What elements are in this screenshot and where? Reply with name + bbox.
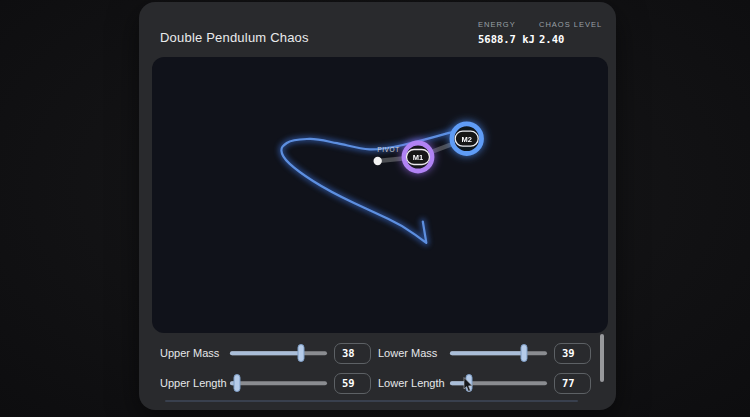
mass-m2-label: M2 (461, 135, 471, 144)
app-panel: Double Pendulum Chaos ENERGY 5688.7 kJ C… (139, 2, 616, 410)
upper-length-value[interactable]: 59 (334, 373, 371, 394)
upper-mass-slider: Upper Mass 38 (160, 342, 371, 364)
upper-mass-label: Upper Mass (160, 347, 230, 359)
upper-mass-track[interactable] (230, 344, 327, 362)
vertical-scrollbar[interactable] (600, 334, 604, 382)
pivot-dot (374, 157, 382, 165)
pivot-label: PIVOT (377, 146, 400, 153)
lower-length-slider: Lower Length 77 (378, 372, 591, 394)
lower-length-track[interactable] (450, 374, 547, 392)
upper-length-thumb[interactable] (233, 374, 240, 392)
mass-m1[interactable]: M1 (404, 143, 432, 171)
chaos-level-label: CHAOS LEVEL (539, 20, 602, 29)
lower-mass-thumb[interactable] (520, 344, 527, 362)
lower-mass-track[interactable] (450, 344, 547, 362)
chaos-level-stat: CHAOS LEVEL 2.40 (539, 20, 602, 45)
horizontal-scrollbar[interactable] (165, 400, 578, 402)
slider-fill (230, 351, 301, 355)
slider-fill (450, 351, 524, 355)
lower-length-value[interactable]: 77 (554, 373, 591, 394)
energy-value: 5688.7 kJ (478, 33, 535, 45)
lower-length-thumb[interactable] (465, 374, 472, 392)
mass-m1-label: M1 (413, 153, 423, 162)
lower-length-label: Lower Length (378, 377, 450, 389)
pendulum-canvas[interactable]: PIVOT M1 M2 (152, 57, 608, 333)
upper-length-label: Upper Length (160, 377, 230, 389)
chaos-level-value: 2.40 (539, 33, 602, 45)
lower-mass-label: Lower Mass (378, 347, 450, 359)
lower-mass-value[interactable]: 39 (554, 343, 591, 364)
upper-length-track[interactable] (230, 374, 327, 392)
slider-track (230, 381, 327, 385)
pendulum-svg: PIVOT M1 M2 (152, 57, 608, 333)
lower-mass-slider: Lower Mass 39 (378, 342, 591, 364)
energy-stat: ENERGY 5688.7 kJ (478, 20, 535, 45)
mass-m2[interactable]: M2 (452, 124, 482, 154)
page-title: Double Pendulum Chaos (160, 30, 309, 45)
upper-length-slider: Upper Length 59 (160, 372, 371, 394)
upper-mass-thumb[interactable] (298, 344, 305, 362)
energy-label: ENERGY (478, 20, 535, 29)
upper-mass-value[interactable]: 38 (334, 343, 371, 364)
